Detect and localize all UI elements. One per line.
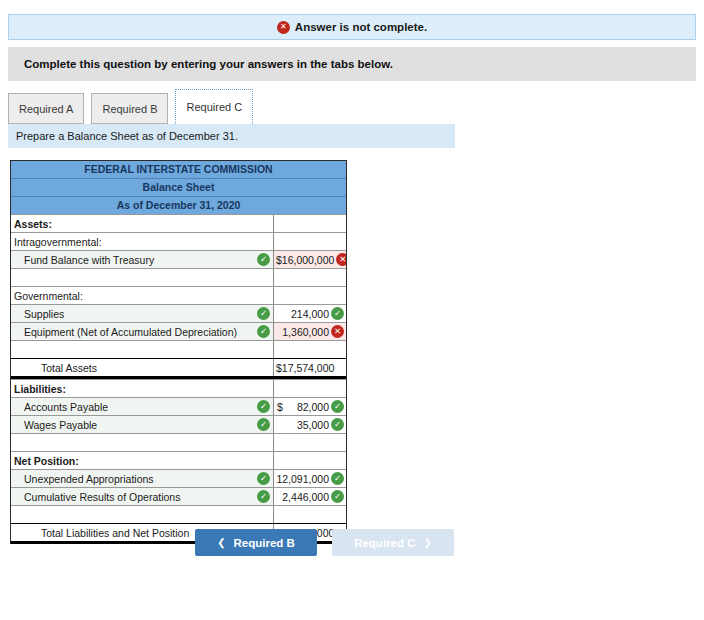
row-label-text: Total Liabilities and Net Position: [41, 527, 189, 539]
row-label-text: Cumulative Results of Operations: [24, 491, 180, 503]
row-label-text: Equipment (Net of Accumulated Depreciati…: [24, 326, 237, 338]
error-icon: ✕: [277, 21, 290, 34]
amount-cell[interactable]: 2,446,000✓: [273, 488, 346, 505]
correct-icon: ✓: [257, 307, 270, 320]
instruction-text: Complete this question by entering your …: [24, 58, 393, 70]
prompt-bar: Prepare a Balance Sheet as of December 3…: [8, 124, 455, 148]
balance-sheet-row: Total Assets$17,574,000: [11, 358, 346, 379]
balance-sheet-row: Accounts Payable✓$82,000✓: [11, 397, 346, 415]
chevron-right-icon: ❯: [423, 537, 431, 548]
incorrect-icon: ✕: [331, 325, 344, 338]
balance-sheet-table: FEDERAL INTERSTATE COMMISSION Balance Sh…: [10, 160, 347, 544]
amount-cell: [273, 506, 346, 523]
correct-icon: ✓: [257, 490, 270, 503]
next-button-label: Required C: [354, 537, 415, 549]
row-label-cell: Governmental:: [11, 287, 273, 304]
amount-cell: $17,574,000: [273, 359, 346, 376]
amount-cell: [273, 287, 346, 304]
balance-sheet-row: Liabilities:: [11, 379, 346, 397]
row-label-text: Assets:: [14, 218, 52, 230]
row-label-cell: Liabilities:: [11, 380, 273, 397]
amount-value: $16,000,000: [276, 254, 334, 266]
correct-icon: ✓: [331, 418, 344, 431]
correct-icon: ✓: [257, 418, 270, 431]
balance-sheet-row: [11, 505, 346, 523]
amount-cell: [273, 269, 346, 286]
correct-icon: ✓: [257, 253, 270, 266]
answer-status-banner: ✕ Answer is not complete.: [8, 14, 696, 40]
correct-icon: ✓: [257, 472, 270, 485]
balance-sheet-row: Supplies✓214,000✓: [11, 304, 346, 322]
prev-button-label: Required B: [234, 537, 295, 549]
incorrect-icon: ✕: [336, 253, 346, 266]
correct-icon: ✓: [331, 400, 344, 413]
row-label-text: Accounts Payable: [24, 401, 108, 413]
row-label-text: Supplies: [24, 308, 64, 320]
row-label-cell: [11, 506, 273, 523]
next-required-button[interactable]: Required C ❯: [332, 529, 454, 556]
correct-icon: ✓: [331, 490, 344, 503]
prompt-text: Prepare a Balance Sheet as of December 3…: [16, 130, 238, 142]
row-label-cell: Intragovernmental:: [11, 233, 273, 250]
currency-symbol: $: [276, 401, 283, 413]
answer-status-text: Answer is not complete.: [295, 21, 427, 33]
balance-sheet-row: [11, 433, 346, 451]
account-label-cell[interactable]: Equipment (Net of Accumulated Depreciati…: [11, 323, 273, 340]
balance-sheet-body: Assets:Intragovernmental:Fund Balance wi…: [11, 214, 346, 544]
balance-sheet-row: Unexpended Appropriations✓12,091,000✓: [11, 469, 346, 487]
account-label-cell[interactable]: Supplies✓: [11, 305, 273, 322]
row-label-text: Governmental:: [14, 290, 83, 302]
correct-icon: ✓: [257, 400, 270, 413]
row-label-text: Unexpended Appropriations: [24, 473, 154, 485]
prev-required-button[interactable]: ❮ Required B: [195, 529, 317, 556]
balance-sheet-row: Wages Payable✓35,000✓: [11, 415, 346, 433]
row-label-text: Total Assets: [41, 362, 97, 374]
correct-icon: ✓: [257, 325, 270, 338]
correct-icon: ✓: [331, 472, 344, 485]
row-label-cell: Total Assets: [11, 359, 273, 376]
row-label-text: Net Position:: [14, 455, 79, 467]
account-label-cell[interactable]: Accounts Payable✓: [11, 398, 273, 415]
balance-sheet-row: Fund Balance with Treasury✓$16,000,000✕: [11, 250, 346, 268]
amount-value: $17,574,000: [276, 362, 334, 374]
amount-cell[interactable]: $82,000✓: [273, 398, 346, 415]
amount-cell: [273, 215, 346, 232]
account-label-cell[interactable]: Unexpended Appropriations✓: [11, 470, 273, 487]
balance-sheet-row: Intragovernmental:: [11, 232, 346, 250]
amount-cell[interactable]: 35,000✓: [273, 416, 346, 433]
account-label-cell[interactable]: Wages Payable✓: [11, 416, 273, 433]
tab-required-b[interactable]: Required B: [91, 93, 168, 124]
amount-value: 1,360,000: [282, 326, 329, 338]
balance-sheet-row: Cumulative Results of Operations✓2,446,0…: [11, 487, 346, 505]
tab-required-c[interactable]: Required C: [175, 89, 253, 124]
amount-cell: [273, 434, 346, 451]
row-label-cell: Net Position:: [11, 452, 273, 469]
balance-sheet-row: [11, 268, 346, 286]
row-label-cell: [11, 269, 273, 286]
chevron-left-icon: ❮: [217, 537, 225, 548]
amount-cell[interactable]: $16,000,000✕: [273, 251, 346, 268]
company-name-heading: FEDERAL INTERSTATE COMMISSION: [11, 161, 346, 178]
amount-cell: [273, 380, 346, 397]
balance-sheet-row: [11, 340, 346, 358]
amount-value: 12,091,000: [276, 473, 329, 485]
amount-cell[interactable]: 1,360,000✕: [273, 323, 346, 340]
account-label-cell[interactable]: Cumulative Results of Operations✓: [11, 488, 273, 505]
account-label-cell[interactable]: Fund Balance with Treasury✓: [11, 251, 273, 268]
row-label-cell: Assets:: [11, 215, 273, 232]
row-label-text: Liabilities:: [14, 383, 66, 395]
row-label-cell: [11, 434, 273, 451]
row-label-text: Fund Balance with Treasury: [24, 254, 154, 266]
amount-cell[interactable]: 12,091,000✓: [273, 470, 346, 487]
balance-sheet-row: Governmental:: [11, 286, 346, 304]
amount-value: 214,000: [291, 308, 329, 320]
amount-cell[interactable]: 214,000✓: [273, 305, 346, 322]
amount-cell: [273, 341, 346, 358]
balance-sheet-row: Assets:: [11, 214, 346, 232]
row-label-cell: [11, 341, 273, 358]
amount-value: 2,446,000: [282, 491, 329, 503]
row-label-text: Intragovernmental:: [14, 236, 102, 248]
amount-cell: [273, 452, 346, 469]
amount-value: 35,000: [297, 419, 329, 431]
tab-required-a[interactable]: Required A: [8, 93, 84, 124]
